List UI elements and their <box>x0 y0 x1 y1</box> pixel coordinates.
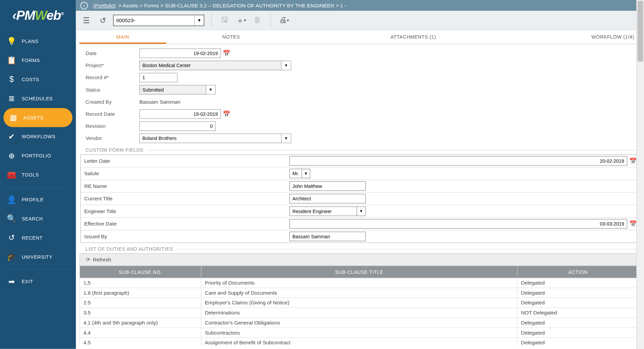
cell-act: Delegated <box>517 278 639 288</box>
sidebar-item-plans[interactable]: 💡PLANS <box>0 32 76 51</box>
eng-title-select[interactable]: Resident Engineer▼ <box>289 206 366 216</box>
forms-icon: 📋 <box>6 56 17 65</box>
project-select[interactable]: Boston Medical Center▼ <box>139 61 291 70</box>
sidebar-item-search[interactable]: 🔍SEARCH <box>0 209 76 228</box>
cell-act: Delegated <box>517 298 639 308</box>
delete-icon[interactable]: 🗑 <box>252 14 264 26</box>
tab-workflow[interactable]: WORKFLOW (1/4) <box>530 31 644 44</box>
cell-title: Determinations <box>201 308 517 318</box>
sidebar-item-label: EXIT <box>22 279 33 284</box>
scrollbar[interactable] <box>636 0 644 349</box>
exit-icon: ➡ <box>6 277 17 286</box>
letter-date-input[interactable] <box>289 156 627 165</box>
logo-text-2: eb <box>47 8 61 23</box>
sidebar-item-label: WORKFLOWS <box>22 134 56 140</box>
history-icon[interactable]: ↺ <box>97 14 109 26</box>
sidebar-item-label: PROFILE <box>22 197 44 202</box>
salute-select[interactable]: Mr.▼ <box>289 169 310 178</box>
record-select-value: 000523- <box>116 17 136 23</box>
sidebar-item-portfolio[interactable]: ⊕PORTFOLIO <box>0 146 76 165</box>
sidebar-item-university[interactable]: 🎓UNIVERSITY <box>0 247 76 266</box>
sidebar-item-label: SEARCH <box>22 216 43 221</box>
table-row[interactable]: 4.4SubcontractorsDelegated <box>79 328 639 338</box>
sidebar-item-schedules[interactable]: ≣SCHEDULES <box>0 89 76 108</box>
chevron-down-icon[interactable]: ▼ <box>194 15 204 26</box>
info-icon[interactable]: i <box>80 2 88 9</box>
effective-date-input[interactable] <box>289 219 627 229</box>
status-select[interactable]: Submitted▼ <box>139 85 216 94</box>
portfolio-icon: ⊕ <box>6 151 17 160</box>
sidebar-item-costs[interactable]: $COSTS <box>0 70 76 89</box>
date-input[interactable] <box>139 49 221 58</box>
chevron-down-icon[interactable]: ▼ <box>357 207 365 216</box>
table-row[interactable]: 4.1 (4th and 5th paragraph only)Contract… <box>79 318 639 328</box>
duties-header-label: LIST OF DUTIES AND AUTHORITIES <box>86 246 173 252</box>
profile-icon: 👤 <box>6 195 17 204</box>
recorddate-input[interactable] <box>139 109 221 119</box>
search-icon: 🔍 <box>6 214 17 223</box>
cell-title: Care and Supply of Documents <box>201 288 517 298</box>
effective-date-label: Effective Date <box>80 218 287 230</box>
scrollbar-thumb[interactable] <box>638 1 643 62</box>
col-subclause-title[interactable]: SUB-CLAUSE TITLE <box>201 266 517 278</box>
logo-text-1: ‹PM <box>12 8 35 23</box>
refresh-bar: ⟳ Refresh <box>79 253 639 265</box>
refresh-label[interactable]: Refresh <box>93 257 111 263</box>
list-icon[interactable]: ☰ <box>80 14 92 26</box>
chevron-down-icon[interactable]: ▼ <box>281 134 290 143</box>
sidebar-item-forms[interactable]: 📋FORMS <box>0 51 76 70</box>
chevron-down-icon[interactable]: ▼ <box>302 169 310 178</box>
toolbar: ☰ ↺ 000523- ▼ 🖫 ＋▾ 🗑 🖨▾ <box>76 11 644 30</box>
recent-icon: ↺ <box>6 233 17 242</box>
table-row[interactable]: 1.8 (first paragraph)Care and Supply of … <box>79 288 639 298</box>
save-icon[interactable]: 🖫 <box>219 14 231 26</box>
sidebar-item-exit[interactable]: ➡EXIT <box>0 272 76 291</box>
sidebar-item-label: ASSETS <box>23 115 44 120</box>
refresh-icon[interactable]: ⟳ <box>86 257 90 263</box>
tab-notes[interactable]: NOTES <box>166 31 296 44</box>
vendor-select[interactable]: Boland Brothers▼ <box>139 134 291 143</box>
calendar-icon[interactable]: 📅 <box>629 157 637 164</box>
table-row[interactable]: 2.5Employer's Claims (Giving of Notice)D… <box>79 298 639 308</box>
record-select[interactable]: 000523- ▼ <box>113 14 204 26</box>
current-title-input[interactable] <box>289 194 366 203</box>
workflows-icon: ✔ <box>6 132 17 141</box>
print-icon[interactable]: 🖨▾ <box>278 14 290 26</box>
engineer-title-label: Engineer Title <box>80 206 287 217</box>
sidebar-item-recent[interactable]: ↺RECENT <box>0 228 76 247</box>
issued-by-input[interactable] <box>289 232 366 241</box>
sidebar-item-tools[interactable]: 🧰TOOLS <box>0 165 76 185</box>
current-title-label: Current Title <box>80 193 287 204</box>
costs-icon: $ <box>6 75 17 84</box>
cell-no: 4.4 <box>79 328 201 338</box>
table-row[interactable]: 4.5Assignment of Benefit of SubcontractD… <box>79 338 639 346</box>
sidebar-item-assets[interactable]: ▦ASSETS <box>3 108 72 127</box>
revision-input[interactable] <box>139 121 216 131</box>
re-name-input[interactable] <box>289 181 366 191</box>
record-input[interactable] <box>139 73 177 82</box>
duties-header: LIST OF DUTIES AND AUTHORITIES <box>86 246 639 252</box>
vendor-label: Vendor <box>79 135 139 141</box>
cell-no: 4.1 (4th and 5th paragraph only) <box>79 318 201 328</box>
chevron-down-icon[interactable]: ▼ <box>281 61 290 70</box>
calendar-icon[interactable]: 📅 <box>629 220 637 228</box>
tab-attachments[interactable]: ATTACHMENTS (1) <box>296 31 530 44</box>
chevron-down-icon[interactable]: ▼ <box>206 86 215 94</box>
record-label: Record #* <box>79 74 139 81</box>
table-row[interactable]: 1,5Priority of DocumentsDelegated <box>79 278 639 288</box>
col-subclause-no[interactable]: SUB-CLAUSE NO. <box>79 266 201 278</box>
cell-title: Assignment of Benefit of Subcontract <box>201 338 517 346</box>
cell-title: Subcontractors <box>201 328 517 338</box>
tab-main[interactable]: MAIN <box>79 31 166 44</box>
sidebar-item-workflows[interactable]: ✔WORKFLOWS <box>0 127 76 146</box>
calendar-icon[interactable]: 📅 <box>222 111 230 118</box>
sidebar-item-label: RECENT <box>22 235 43 241</box>
add-icon[interactable]: ＋▾ <box>235 14 247 26</box>
breadcrumb-portfolio[interactable]: (Portfolio) <box>93 2 116 8</box>
col-action[interactable]: ACTION <box>517 266 639 278</box>
table-row[interactable]: 3.5DeterminationsNOT Delegated <box>79 308 639 318</box>
logo-reg: ® <box>61 11 63 16</box>
sidebar-item-profile[interactable]: 👤PROFILE <box>0 190 76 209</box>
calendar-icon[interactable]: 📅 <box>222 50 230 57</box>
sidebar-item-label: TOOLS <box>22 172 39 178</box>
